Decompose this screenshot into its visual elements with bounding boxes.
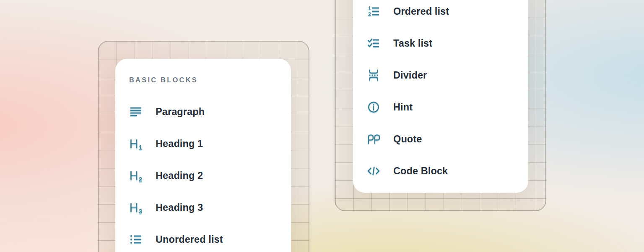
svg-text:1: 1: [368, 5, 371, 11]
code-block-icon: [367, 164, 380, 178]
basic-blocks-menu-list: ParagraphH1Heading 1H2Heading 2H3Heading…: [129, 96, 291, 252]
menu-item-code-block[interactable]: Code Block: [367, 155, 528, 187]
hint-icon: [367, 100, 380, 114]
menu-item-label: Code Block: [393, 165, 448, 177]
menu-item-label: Paragraph: [156, 106, 205, 118]
menu-item-label: Heading 2: [156, 170, 203, 181]
menu-item-divider[interactable]: Divider: [367, 59, 528, 91]
basic-blocks-menu-card: BASIC BLOCKS ParagraphH1Heading 1H2Headi…: [115, 59, 291, 252]
task-list-icon: [367, 37, 380, 50]
quote-icon: [367, 132, 380, 146]
divider-icon: [367, 68, 380, 82]
menu-item-heading-2[interactable]: H2Heading 2: [129, 160, 291, 192]
menu-item-label: Divider: [393, 70, 427, 81]
heading3-icon: H3: [129, 201, 143, 214]
ordered-list-icon: 12: [367, 5, 380, 18]
menu-item-heading-1[interactable]: H1Heading 1: [129, 128, 291, 160]
menu-item-hint[interactable]: Hint: [367, 91, 528, 123]
extended-blocks-menu-card: 12Ordered listTask listDividerHintQuoteC…: [353, 0, 528, 193]
block-picker-illustration: BASIC BLOCKS ParagraphH1Heading 1H2Headi…: [0, 0, 644, 252]
menu-item-task-list[interactable]: Task list: [367, 27, 528, 59]
menu-item-heading-3[interactable]: H3Heading 3: [129, 192, 291, 223]
menu-item-unordered-list[interactable]: Unordered list: [129, 223, 291, 252]
menu-item-label: Ordered list: [393, 6, 449, 17]
paragraph-icon: [129, 105, 143, 118]
gradient-background: [0, 0, 644, 252]
menu-item-quote[interactable]: Quote: [367, 123, 528, 155]
menu-item-label: Heading 1: [156, 138, 203, 150]
unordered-list-icon: [129, 233, 143, 246]
menu-item-paragraph[interactable]: Paragraph: [129, 96, 291, 128]
menu-item-label: Heading 3: [156, 202, 203, 213]
heading2-icon: H2: [129, 169, 143, 182]
svg-text:2: 2: [368, 11, 371, 17]
section-label-basic-blocks: BASIC BLOCKS: [129, 76, 291, 84]
menu-item-ordered-list[interactable]: 12Ordered list: [367, 0, 528, 27]
menu-item-label: Quote: [393, 134, 422, 145]
heading1-icon: H1: [129, 137, 143, 150]
extended-blocks-menu-list: 12Ordered listTask listDividerHintQuoteC…: [367, 0, 528, 187]
menu-item-label: Unordered list: [156, 234, 223, 245]
menu-item-label: Task list: [393, 38, 432, 49]
menu-item-label: Hint: [393, 102, 413, 113]
